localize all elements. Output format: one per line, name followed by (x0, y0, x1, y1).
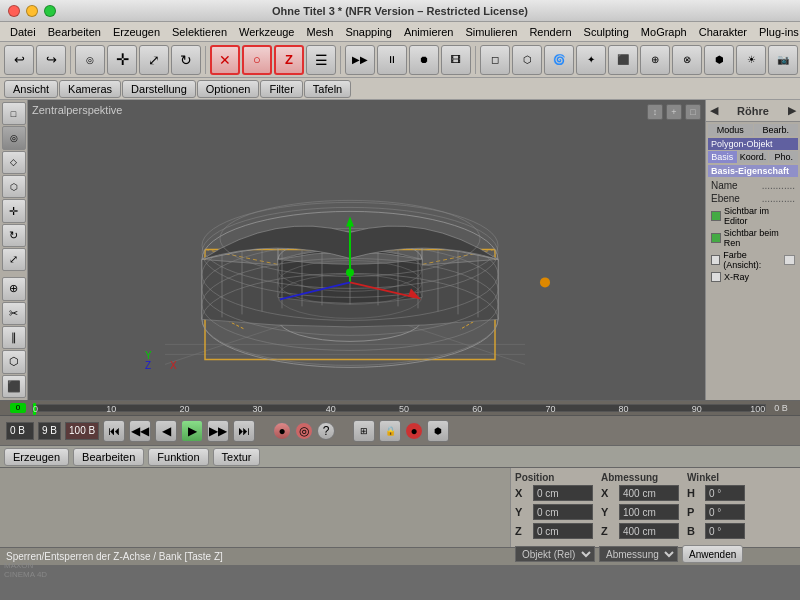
obj-btn9[interactable]: ☀ (736, 45, 766, 75)
anwenden-button[interactable]: Anwenden (682, 545, 743, 563)
lt-solid[interactable]: ⬛ (2, 375, 26, 398)
goto-start-button[interactable]: ⏮ (103, 420, 125, 442)
help-button[interactable]: ? (317, 422, 335, 440)
menu-item-mograph[interactable]: MoGraph (635, 24, 693, 40)
obj-btn1[interactable]: ◻ (480, 45, 510, 75)
vp-icon3[interactable]: □ (685, 104, 701, 120)
rot-p-input[interactable] (705, 504, 745, 520)
lt-scale[interactable]: ⤢ (2, 248, 26, 271)
rp-arrow-left[interactable]: ◀ (710, 104, 718, 117)
textur-btn[interactable]: Textur (213, 448, 261, 466)
vp-icon1[interactable]: ↕ (647, 104, 663, 120)
stop-z-button[interactable]: Z (274, 45, 304, 75)
obj-btn3[interactable]: 🌀 (544, 45, 574, 75)
kameras-menu[interactable]: Kameras (59, 80, 121, 98)
step-fwd-button[interactable]: ▶▶ (207, 420, 229, 442)
minimize-button[interactable] (26, 5, 38, 17)
menu-item-werkzeuge[interactable]: Werkzeuge (233, 24, 300, 40)
lt-bridge[interactable]: ∥ (2, 326, 26, 349)
redo-button[interactable]: ↪ (36, 45, 66, 75)
lt-move[interactable]: ✛ (2, 199, 26, 222)
timeline-slider[interactable]: 0 0 10 20 30 40 50 60 70 80 90 100 0 B (0, 401, 800, 415)
menu-item-sculpting[interactable]: Sculpting (578, 24, 635, 40)
filter-menu[interactable]: Filter (260, 80, 302, 98)
lt-add[interactable]: ⊕ (2, 277, 26, 300)
bearbeiten-btn[interactable]: Bearbeiten (73, 448, 144, 466)
close-button[interactable] (8, 5, 20, 17)
lt-select[interactable]: □ (2, 102, 26, 125)
end-frame-field[interactable]: 100 B (65, 422, 99, 440)
menu-item-selektieren[interactable]: Selektieren (166, 24, 233, 40)
timeline-track[interactable]: 0 10 20 30 40 50 60 70 80 90 100 (32, 404, 766, 412)
step-back-button[interactable]: ◀◀ (129, 420, 151, 442)
lt-polygon[interactable]: ⬡ (2, 175, 26, 198)
anim-btn2[interactable]: ⏸ (377, 45, 407, 75)
obj-btn2[interactable]: ⬡ (512, 45, 542, 75)
lt-point[interactable]: ◎ (2, 126, 26, 149)
extra-btn1[interactable]: ⊞ (353, 420, 375, 442)
anim-btn1[interactable]: ▶▶ (345, 45, 375, 75)
coord-ref-dropdown[interactable]: Objekt (Rel) Welt (515, 546, 595, 562)
optionen-menu[interactable]: Optionen (197, 80, 260, 98)
menu-item-snapping[interactable]: Snapping (339, 24, 398, 40)
pos-z-input[interactable] (533, 523, 593, 539)
rp-farbe-check[interactable] (711, 255, 720, 265)
rp-color-swatch[interactable] (784, 255, 795, 265)
rp-xray-check[interactable] (711, 272, 721, 282)
record-button[interactable]: ● (273, 422, 291, 440)
scale-button[interactable]: ⤢ (139, 45, 169, 75)
rotate-button[interactable]: ↻ (171, 45, 201, 75)
size-z-input[interactable] (619, 523, 679, 539)
lt-cut[interactable]: ✂ (2, 302, 26, 325)
tool4[interactable]: ☰ (306, 45, 336, 75)
size-x-input[interactable] (619, 485, 679, 501)
rp-arrow-right[interactable]: ▶ (788, 104, 796, 117)
anim-btn4[interactable]: 🎞 (441, 45, 471, 75)
viewport[interactable]: Zentralperspektive ↕ + □ .torus-ring { f… (28, 100, 705, 400)
extra-btn2[interactable]: 🔒 (379, 420, 401, 442)
stop-o-button[interactable]: ○ (242, 45, 272, 75)
rp-koord-tab[interactable]: Koord. (738, 151, 769, 163)
extra-btn4[interactable]: ⬢ (427, 420, 449, 442)
pos-y-input[interactable] (533, 504, 593, 520)
menu-item-animieren[interactable]: Animieren (398, 24, 460, 40)
play-back-button[interactable]: ◀ (155, 420, 177, 442)
vp-icon2[interactable]: + (666, 104, 682, 120)
menu-item-plug-ins[interactable]: Plug-ins (753, 24, 800, 40)
funktion-btn[interactable]: Funktion (148, 448, 208, 466)
tafeln-menu[interactable]: Tafeln (304, 80, 351, 98)
menu-item-bearbeiten[interactable]: Bearbeiten (42, 24, 107, 40)
obj-btn5[interactable]: ⬛ (608, 45, 638, 75)
rp-sichtbar-render-check[interactable] (711, 233, 721, 243)
lt-edge[interactable]: ◇ (2, 151, 26, 174)
rp-bearb-tab[interactable]: Bearb. (754, 124, 799, 136)
menu-item-erzeugen[interactable]: Erzeugen (107, 24, 166, 40)
lt-extrude[interactable]: ⬡ (2, 350, 26, 373)
fps-field[interactable]: 9 B (38, 422, 61, 440)
current-frame-field[interactable]: 0 B (6, 422, 34, 440)
size-y-input[interactable] (619, 504, 679, 520)
obj-btn7[interactable]: ⊗ (672, 45, 702, 75)
undo-button[interactable]: ↩ (4, 45, 34, 75)
move-button[interactable]: ✛ (107, 45, 137, 75)
pos-x-input[interactable] (533, 485, 593, 501)
obj-btn10[interactable]: 📷 (768, 45, 798, 75)
record2-button[interactable]: ◎ (295, 422, 313, 440)
menu-item-datei[interactable]: Datei (4, 24, 42, 40)
extra-btn3[interactable]: ● (405, 422, 423, 440)
goto-end-button[interactable]: ⏭ (233, 420, 255, 442)
coord-mode-dropdown[interactable]: Abmessung Größe (599, 546, 678, 562)
maximize-button[interactable] (44, 5, 56, 17)
live-select-button[interactable]: ◎ (75, 45, 105, 75)
menu-item-simulieren[interactable]: Simulieren (459, 24, 523, 40)
erzeugen-btn[interactable]: Erzeugen (4, 448, 69, 466)
menu-item-mesh[interactable]: Mesh (300, 24, 339, 40)
play-button[interactable]: ▶ (181, 420, 203, 442)
rp-basis-tab[interactable]: Basis (708, 151, 737, 163)
ansicht-menu[interactable]: Ansicht (4, 80, 58, 98)
rot-h-input[interactable] (705, 485, 745, 501)
rp-pho-tab[interactable]: Pho. (769, 151, 798, 163)
darstellung-menu[interactable]: Darstellung (122, 80, 196, 98)
obj-btn4[interactable]: ✦ (576, 45, 606, 75)
stop-x-button[interactable]: ✕ (210, 45, 240, 75)
